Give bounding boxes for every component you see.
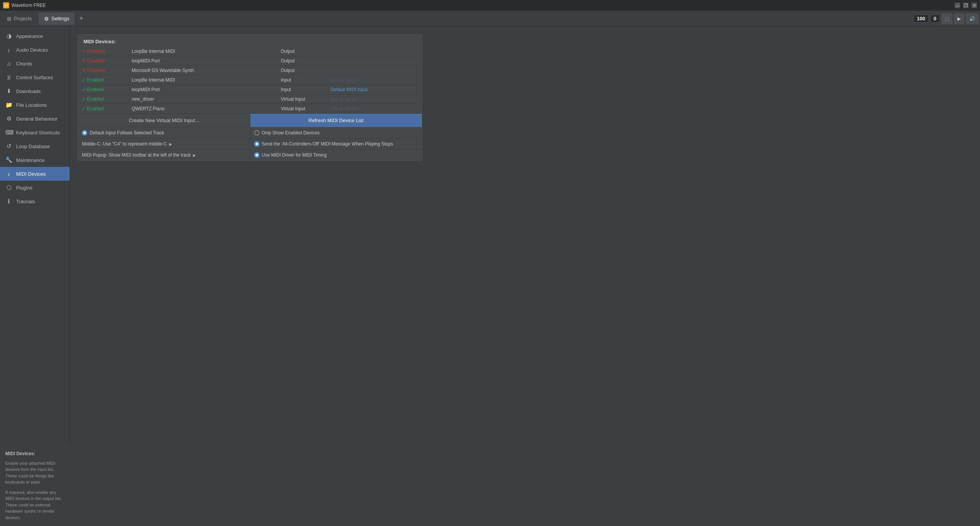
sidebar-item-tutorials-label: Tutorials (16, 199, 35, 204)
general-behaviour-icon: ⚙ (5, 115, 12, 122)
sidebar-item-maintenance[interactable]: 🔧 Maintenance (0, 153, 70, 167)
device-action (327, 56, 422, 66)
help-sidebar: MIDI Devices: Enable your attached MIDI … (0, 445, 70, 526)
midi-devices-header: MIDI Devices: (78, 35, 422, 47)
app-icon: W (3, 2, 9, 8)
arrow-right-icon: ▶ (169, 142, 172, 146)
titlebar: W Waveform FREE — ❐ ✕ (0, 0, 980, 11)
maintenance-icon: 🔧 (5, 157, 12, 163)
device-action: Set as default (327, 75, 422, 85)
device-direction: Input (277, 75, 327, 85)
device-name: new_driver (128, 95, 277, 104)
device-action (327, 47, 422, 56)
option-midi-popup[interactable]: MIDI Popup: Show MIDI toolbar at the lef… (78, 150, 250, 160)
option-label: Only Show Enabled Devices (262, 130, 320, 136)
sidebar-item-appearance-label: Appearance (16, 33, 43, 39)
play-button[interactable]: ▶ (954, 13, 964, 24)
toolbar-right: 100 0 ⬚ ▶ 🔊 (913, 13, 978, 24)
status-badge: ✕ Disabled (82, 49, 124, 54)
table-row[interactable]: ✓ Enabled loopMIDI Port Input Default MI… (78, 85, 422, 95)
table-row[interactable]: ✕ Disabled LoopBe Internal MIDI Output (78, 47, 422, 56)
radio-selected-icon (254, 141, 260, 147)
close-button[interactable]: ✕ (972, 3, 977, 8)
sidebar-item-tutorials[interactable]: ℹ Tutorials (0, 194, 70, 208)
set-as-default-link[interactable]: Set as default (331, 77, 359, 83)
option-use-midi-driver[interactable]: Use MIDI Driver for MIDI Timing (250, 150, 422, 160)
option-middle-c[interactable]: Middle-C: Use "C4" to represent middle-C… (78, 139, 250, 149)
device-direction: Output (277, 56, 327, 66)
sidebar-item-keyboard-shortcuts-label: Keyboard Shortcuts (16, 130, 60, 136)
restore-button[interactable]: ❐ (963, 3, 969, 8)
create-virtual-midi-button[interactable]: Create New Virtual MIDI Input... (78, 114, 250, 127)
status-badge: ✓ Enabled (82, 96, 124, 102)
toolbar: ⊞ Projects ⚙ Settings + 100 0 ⬚ ▶ 🔊 (0, 11, 980, 27)
sidebar-item-audio-devices[interactable]: ♪ Audio Devices (0, 43, 70, 57)
sidebar-item-file-locations[interactable]: 📁 File Locations (0, 98, 70, 112)
sidebar-item-general-behaviour[interactable]: ⚙ General Behaviour (0, 112, 70, 126)
help-para-1: Enable your attached MIDI devices from t… (5, 460, 65, 485)
midi-option-row-3: MIDI Popup: Show MIDI toolbar at the lef… (78, 149, 422, 160)
device-action (327, 66, 422, 75)
tab-settings[interactable]: ⚙ Settings (39, 13, 75, 25)
sidebar-item-chords[interactable]: ♫ Chords (0, 57, 70, 70)
refresh-midi-device-list-button[interactable]: Refresh MIDI Device List (250, 114, 422, 127)
status-check-icon: ✓ (82, 96, 86, 102)
sidebar-item-maintenance-label: Maintenance (16, 157, 44, 163)
table-row[interactable]: ✓ Enabled LoopBe Internal MIDI Input Set… (78, 75, 422, 85)
sidebar-item-downloads[interactable]: ⬇ Downloads (0, 84, 70, 98)
refresh-section: Refresh MIDI Device List (250, 114, 422, 127)
status-x-icon: ✕ (82, 49, 86, 54)
chords-icon: ♫ (5, 60, 12, 67)
control-surfaces-icon: ⧖ (5, 74, 12, 81)
sidebar-item-midi-devices[interactable]: ♪ MIDI Devices (0, 167, 70, 181)
option-only-show-enabled[interactable]: Only Show Enabled Devices (250, 127, 422, 138)
midi-icon: ⬚ (945, 16, 949, 21)
option-label: Send the 'All-Controllers-Off' MIDI Mess… (262, 141, 393, 147)
device-action: Set as default (327, 95, 422, 104)
device-direction: Virtual Input (277, 95, 327, 104)
settings-icon: ⚙ (44, 16, 49, 22)
file-locations-icon: 📁 (5, 101, 12, 108)
set-as-default-link[interactable]: Set as default (331, 106, 359, 111)
sidebar-item-control-surfaces[interactable]: ⧖ Control Surfaces (0, 70, 70, 84)
table-row[interactable]: ✕ Disabled Microsoft GS Wavetable Synth … (78, 66, 422, 75)
sidebar-item-plugins[interactable]: ⬡ Plugins (0, 181, 70, 194)
option-all-controllers-off[interactable]: Send the 'All-Controllers-Off' MIDI Mess… (250, 139, 422, 149)
option-default-input-follows[interactable]: Default Input Follows Selected Track (78, 127, 250, 138)
midi-panel: MIDI Devices: ✕ Disabled LoopBe Internal… (78, 34, 422, 161)
tab-settings-label: Settings (51, 16, 69, 21)
option-label: Middle-C: Use "C4" to represent middle-C (82, 141, 167, 147)
sidebar-item-downloads-label: Downloads (16, 88, 41, 94)
table-row[interactable]: ✕ Disabled loopMIDI Port Output (78, 56, 422, 66)
titlebar-controls[interactable]: — ❐ ✕ (955, 3, 977, 8)
radio-selected-icon (82, 130, 87, 136)
status-check-icon: ✓ (82, 87, 86, 92)
default-midi-input-link[interactable]: Default MIDI Input (331, 87, 368, 92)
downloads-icon: ⬇ (5, 88, 12, 95)
device-direction: Virtual Input (277, 104, 327, 114)
titlebar-left: W Waveform FREE (3, 2, 46, 8)
midi-bottom-row: Create New Virtual MIDI Input... Refresh… (78, 113, 422, 127)
play-icon: ▶ (957, 16, 961, 21)
status-badge: ✕ Disabled (82, 58, 124, 64)
add-tab-button[interactable]: + (76, 14, 86, 24)
option-label: MIDI Popup: Show MIDI toolbar at the lef… (82, 152, 191, 158)
beat-display: 0 (930, 15, 940, 23)
sidebar-item-appearance[interactable]: ◑ Appearance (0, 29, 70, 43)
table-row[interactable]: ✓ Enabled QWERTZ Piano Virtual Input Set… (78, 104, 422, 114)
speaker-button[interactable]: 🔊 (966, 13, 978, 24)
set-as-default-link[interactable]: Set as default (331, 96, 359, 102)
create-virtual-section: Create New Virtual MIDI Input... (78, 114, 250, 127)
midi-option-row-2: Middle-C: Use "C4" to represent middle-C… (78, 138, 422, 149)
sidebar-item-audio-devices-label: Audio Devices (16, 47, 48, 53)
sidebar-item-loop-database[interactable]: ↺ Loop Database (0, 139, 70, 153)
sidebar-item-midi-devices-label: MIDI Devices (16, 171, 46, 177)
sidebar-item-keyboard-shortcuts[interactable]: ⌨ Keyboard Shortcuts (0, 126, 70, 139)
minimize-button[interactable]: — (955, 3, 960, 8)
midi-input-button[interactable]: ⬚ (941, 13, 952, 24)
tab-projects[interactable]: ⊞ Projects (2, 13, 37, 25)
status-x-icon: ✕ (82, 68, 86, 73)
device-action: Set as default (327, 104, 422, 114)
table-row[interactable]: ✓ Enabled new_driver Virtual Input Set a… (78, 95, 422, 104)
device-name: LoopBe Internal MIDI (128, 75, 277, 85)
